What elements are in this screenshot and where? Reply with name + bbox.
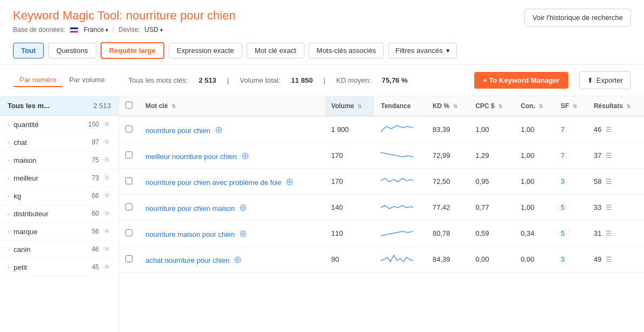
eye-icon[interactable]: 👁 <box>103 245 111 254</box>
keyword-link[interactable]: achat nourriture pour chien <box>145 256 229 264</box>
add-keyword-button[interactable]: ⊕ <box>231 254 244 265</box>
keyword-link[interactable]: meilleur nourriture pour chien <box>145 152 237 161</box>
sidebar-item-count: 60 <box>92 210 99 217</box>
filter-tout[interactable]: Tout <box>13 43 44 58</box>
col-tendance: Tendance <box>374 96 426 116</box>
chevron-right-icon: › <box>8 247 9 253</box>
sf-link[interactable]: 3 <box>561 255 565 263</box>
add-to-keyword-manager-button[interactable]: + To Keyword Manager <box>474 72 568 89</box>
filter-expression-exacte[interactable]: Expression exacte <box>169 43 242 58</box>
row-checkbox[interactable] <box>125 255 132 262</box>
sidebar-item[interactable]: › distributeur 60 👁 <box>0 205 118 223</box>
db-dropdown[interactable]: France ▾ <box>84 26 108 34</box>
sidebar-item-count: 73 <box>92 174 99 182</box>
sidebar-item-label: kg <box>14 192 91 200</box>
eye-icon[interactable]: 👁 <box>103 138 111 147</box>
sort-icon[interactable]: ⇅ <box>171 103 176 109</box>
sidebar-item[interactable]: › maison 75 👁 <box>0 151 118 169</box>
kd-cell: 84,39 <box>426 247 469 273</box>
results-icon: ☰ <box>606 229 612 237</box>
sidebar-item[interactable]: › kg 66 👁 <box>0 187 118 205</box>
sidebar-item[interactable]: › chat 97 👁 <box>0 134 118 151</box>
sort-icon[interactable]: ⇅ <box>453 103 457 109</box>
sidebar-item-count: 46 <box>92 245 99 253</box>
add-keyword-button[interactable]: ⊕ <box>213 124 225 136</box>
sf-cell: 7 <box>554 116 587 143</box>
filter-requete-large[interactable]: Requête large <box>101 42 164 59</box>
filtres-avances-dropdown[interactable]: Filtres avancés ▾ <box>388 43 456 58</box>
row-checkbox[interactable] <box>125 229 132 236</box>
cpc-cell: 1,00 <box>469 116 514 143</box>
page-title: Keyword Magic Tool: nourriture pour chie… <box>13 9 236 23</box>
sidebar-item-label: chat <box>14 138 91 147</box>
keywords-table: Mot clé ⇅ Volume ⇅ Tendance KD % ⇅ CPC $… <box>119 96 644 273</box>
sf-link[interactable]: 7 <box>561 125 565 134</box>
add-keyword-button[interactable]: ⊕ <box>239 150 251 162</box>
row-checkbox[interactable] <box>125 177 132 184</box>
sort-icon[interactable]: ⇅ <box>626 103 630 109</box>
cpc-cell: 0,77 <box>469 195 514 221</box>
keyword-link[interactable]: nourriture pour chien avec problème de f… <box>145 178 281 187</box>
sidebar-item-count: 75 <box>92 156 99 164</box>
eye-icon[interactable]: 👁 <box>103 191 111 200</box>
sort-icon[interactable]: ⇅ <box>573 103 577 109</box>
currency-dropdown[interactable]: USD ▾ <box>144 26 162 34</box>
filter-questions[interactable]: Questions <box>48 43 96 58</box>
row-checkbox[interactable] <box>125 125 132 132</box>
filter-mot-cle-exact[interactable]: Mot clé exact <box>247 43 304 58</box>
results-icon: ☰ <box>606 177 612 185</box>
sort-icon[interactable]: ⇅ <box>539 103 543 109</box>
sf-cell: 7 <box>554 143 587 169</box>
filter-mots-cles-assoc[interactable]: Mots-clés associés <box>309 43 384 58</box>
tab-par-volume[interactable]: Par volume <box>63 74 111 87</box>
export-button[interactable]: ⬆ Exporter <box>579 71 631 89</box>
sf-link[interactable]: 3 <box>561 177 565 185</box>
add-keyword-button[interactable]: ⊕ <box>237 202 249 214</box>
kd-cell: 72,99 <box>426 143 469 169</box>
add-keyword-button[interactable]: ⊕ <box>237 228 249 240</box>
sf-link[interactable]: 5 <box>561 203 565 211</box>
sidebar-item[interactable]: › meilleur 73 👁 <box>0 169 118 187</box>
select-all-checkbox[interactable] <box>125 102 132 109</box>
table-row: nourriture maison pour chien ⊕ 110 80,78… <box>119 221 644 247</box>
eye-icon[interactable]: 👁 <box>103 227 111 236</box>
chevron-right-icon: › <box>8 122 9 128</box>
sf-link[interactable]: 5 <box>561 229 565 237</box>
sidebar-item[interactable]: › canin 46 👁 <box>0 241 118 258</box>
chevron-right-icon: › <box>8 140 9 145</box>
stats-bar: Par numéro Par volume Tous les mots clés… <box>0 65 644 96</box>
sidebar-item-count: 45 <box>92 263 99 271</box>
cpc-cell: 0,59 <box>469 221 514 247</box>
keyword-link[interactable]: nourriture maison pour chien <box>145 230 235 238</box>
sidebar-item[interactable]: › marque 56 👁 <box>0 223 118 241</box>
sidebar-item[interactable]: › petit 45 👁 <box>0 258 118 276</box>
sidebar: Tous les m... 2 513 › quantité 150 👁 › c… <box>0 96 119 332</box>
eye-icon[interactable]: 👁 <box>103 120 111 129</box>
table-row: nourriture pour chien avec problème de f… <box>119 169 644 195</box>
sort-icon[interactable]: ⇅ <box>498 103 502 109</box>
volume-cell: 1 900 <box>325 116 375 143</box>
history-button[interactable]: Voir l'historique de recherche <box>525 9 631 26</box>
sidebar-item-count: 150 <box>88 121 99 128</box>
keyword-link[interactable]: nourriture pour chien <box>145 127 210 135</box>
eye-icon[interactable]: 👁 <box>103 263 111 271</box>
france-flag <box>70 27 78 33</box>
sidebar-item[interactable]: › quantité 150 👁 <box>0 116 118 134</box>
sf-cell: 5 <box>554 195 587 221</box>
resultats-cell: 33 ☰ <box>587 195 644 221</box>
col-con: Con. ⇅ <box>514 96 554 116</box>
results-icon: ☰ <box>606 203 612 211</box>
add-keyword-button[interactable]: ⊕ <box>283 176 296 188</box>
sf-link[interactable]: 7 <box>561 151 565 160</box>
eye-icon[interactable]: 👁 <box>103 156 111 164</box>
sf-cell: 3 <box>554 169 587 195</box>
eye-icon[interactable]: 👁 <box>103 209 111 218</box>
tendance-cell <box>374 247 426 273</box>
tendance-cell <box>374 116 426 143</box>
tab-par-numero[interactable]: Par numéro <box>13 74 63 87</box>
keyword-link[interactable]: nourriture pour chien maison <box>145 204 235 213</box>
row-checkbox[interactable] <box>125 151 132 158</box>
sort-icon[interactable]: ⇅ <box>357 103 362 109</box>
eye-icon[interactable]: 👁 <box>103 174 111 182</box>
row-checkbox[interactable] <box>125 203 132 210</box>
